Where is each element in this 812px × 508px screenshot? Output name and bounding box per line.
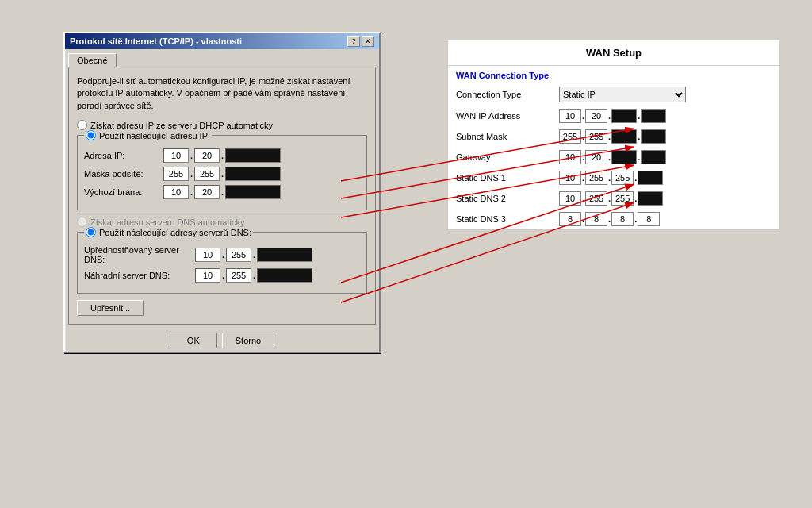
wan-title: WAN Setup	[448, 40, 779, 66]
dns1-octet1[interactable]	[195, 248, 220, 262]
wan-row-connection-type: Connection Type Static IP Dynamic IP (DH…	[448, 83, 779, 106]
gateway-row: Výchozí brána: . .	[84, 185, 360, 199]
wan-label-mask: Subnet Mask	[456, 132, 559, 141]
ip-octet1[interactable]	[163, 148, 189, 163]
info-text: Podporuje-li síť automatickou konfigurac…	[77, 75, 367, 112]
mask-label: Maska podsítě:	[84, 169, 163, 179]
ip-addr-input: . .	[163, 148, 281, 163]
wan-dns3-o3[interactable]	[611, 212, 634, 226]
dialog-content: Podporuje-li síť automatickou konfigurac…	[68, 67, 376, 325]
radio-dns-static[interactable]	[86, 227, 96, 237]
wan-dns2-o2[interactable]	[585, 191, 607, 206]
gw-octet2[interactable]	[194, 185, 220, 199]
close-button[interactable]: ✕	[362, 36, 374, 47]
static-ip-label: Použít následující adresu IP:	[84, 130, 212, 144]
wan-dns1-o3[interactable]	[611, 171, 634, 185]
wan-ip-o3[interactable]	[611, 109, 637, 123]
wan-dns1-o1[interactable]	[559, 171, 581, 185]
gw-octet1[interactable]	[163, 185, 189, 199]
dns-alt-label: Náhradní server DNS:	[84, 271, 195, 280]
refine-button[interactable]: Upřesnit...	[77, 300, 144, 316]
mask-input: . .	[163, 167, 281, 181]
help-button[interactable]: ?	[347, 36, 360, 47]
wan-dns3-o1[interactable]	[559, 212, 581, 226]
dns2-octet34[interactable]	[257, 268, 312, 283]
static-dns-group: Použít následující adresy serverů DNS: U…	[77, 232, 367, 294]
radio-static[interactable]	[86, 130, 96, 140]
tab-general[interactable]: Obecné	[68, 53, 117, 67]
dns1-octet34[interactable]	[257, 248, 312, 262]
wan-ip-o1[interactable]	[559, 109, 581, 123]
wan-gateway-input: . . .	[559, 150, 666, 164]
wan-dns3-input: . . .	[559, 212, 660, 226]
mask-octet2[interactable]	[194, 167, 220, 181]
ip-addr-label: Adresa IP:	[84, 151, 163, 160]
dns-pref-row: Upřednostňovaný server DNS: . .	[84, 245, 360, 264]
tab-bar: Obecné	[65, 49, 379, 67]
wan-dns1-input: . . .	[559, 171, 663, 185]
wan-gw-o1[interactable]	[559, 150, 581, 164]
wan-dns2-o1[interactable]	[559, 191, 581, 206]
wan-row-mask: Subnet Mask . . .	[448, 126, 779, 147]
wan-dns1-o4[interactable]	[638, 171, 663, 185]
wan-mask-o2[interactable]	[585, 129, 607, 144]
wan-row-gateway: Gateway . . .	[448, 147, 779, 167]
radio-dns-auto[interactable]	[77, 217, 87, 227]
radio-dhcp-label[interactable]: Získat adresu IP ze serveru DHCP automat…	[77, 120, 367, 130]
wan-dns2-input: . . .	[559, 191, 663, 206]
ip-octet34[interactable]	[225, 148, 281, 163]
wan-section-title: WAN Connection Type	[448, 66, 779, 83]
wan-row-ip: WAN IP Address . . .	[448, 106, 779, 126]
wan-label-gateway: Gateway	[456, 152, 559, 162]
wan-dns2-o4[interactable]	[638, 191, 663, 206]
cancel-button[interactable]: Storno	[222, 333, 274, 348]
dns1-octet2[interactable]	[226, 248, 251, 262]
wan-ip-o2[interactable]	[585, 109, 607, 123]
wan-gw-o3[interactable]	[611, 150, 637, 164]
mask-octet1[interactable]	[163, 167, 189, 181]
dns-auto-group: Získat adresu serveru DNS automaticky	[77, 217, 367, 227]
wan-dns3-o4[interactable]	[638, 212, 660, 226]
ip-octet2[interactable]	[194, 148, 220, 163]
wan-label-dns2: Static DNS 2	[456, 194, 559, 203]
wan-row-dns3: Static DNS 3 . . .	[448, 209, 779, 229]
wan-mask-o1[interactable]	[559, 129, 581, 144]
gateway-input: . .	[163, 185, 281, 199]
gw-octet34[interactable]	[225, 185, 281, 199]
dhcp-radio-group: Získat adresu IP ze serveru DHCP automat…	[77, 120, 367, 130]
wan-gw-o2[interactable]	[585, 150, 607, 164]
static-dns-label: Použít následující adresy serverů DNS:	[84, 227, 253, 241]
mask-row: Maska podsítě: . .	[84, 167, 360, 181]
wan-connection-type-select[interactable]: Static IP Dynamic IP (DHCP) PPPoE	[559, 87, 686, 102]
gateway-label: Výchozí brána:	[84, 187, 163, 197]
wan-ip-o4[interactable]	[641, 109, 666, 123]
wan-dns1-o2[interactable]	[585, 171, 607, 185]
dns-alt-input: . .	[195, 268, 312, 283]
dns2-octet1[interactable]	[195, 268, 220, 283]
static-ip-group: Použít následující adresu IP: Adresa IP:…	[77, 135, 367, 210]
wan-label-dns1: Static DNS 1	[456, 173, 559, 183]
wan-label-dns3: Static DNS 3	[456, 214, 559, 224]
mask-octet34[interactable]	[225, 167, 281, 181]
wan-mask-o3[interactable]	[611, 129, 637, 144]
titlebar-buttons: ? ✕	[347, 36, 374, 47]
dns-pref-label: Upřednostňovaný server DNS:	[84, 245, 195, 264]
dns2-octet2[interactable]	[226, 268, 251, 283]
wan-panel: WAN Setup WAN Connection Type Connection…	[447, 40, 780, 230]
wan-ip-input: . . .	[559, 109, 666, 123]
dialog-titlebar: Protokol sítě Internet (TCP/IP) - vlastn…	[65, 33, 379, 49]
wan-row-dns2: Static DNS 2 . . .	[448, 188, 779, 209]
dns-alt-row: Náhradní server DNS: . .	[84, 268, 360, 283]
wan-label-connection-type: Connection Type	[456, 90, 559, 99]
dialog-title: Protokol sítě Internet (TCP/IP) - vlastn…	[70, 37, 242, 46]
wan-mask-input: . . .	[559, 129, 666, 144]
radio-dhcp[interactable]	[77, 120, 87, 130]
wan-row-dns1: Static DNS 1 . . .	[448, 167, 779, 188]
tcp-ip-dialog: Protokol sítě Internet (TCP/IP) - vlastn…	[63, 32, 381, 353]
ok-button[interactable]: OK	[170, 333, 217, 348]
wan-dns2-o3[interactable]	[611, 191, 634, 206]
radio-dns-auto-label[interactable]: Získat adresu serveru DNS automaticky	[77, 217, 367, 227]
wan-gw-o4[interactable]	[641, 150, 666, 164]
wan-mask-o4[interactable]	[641, 129, 666, 144]
wan-dns3-o2[interactable]	[585, 212, 607, 226]
